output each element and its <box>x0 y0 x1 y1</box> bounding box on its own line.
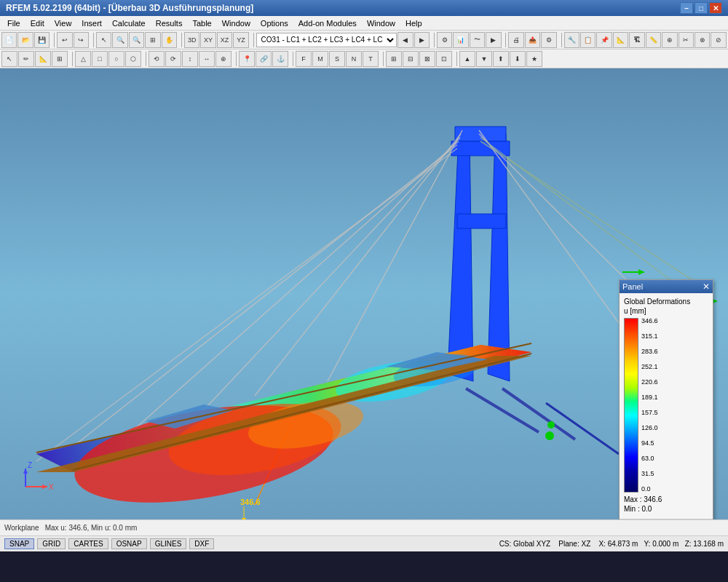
sep-7 <box>559 33 562 47</box>
title-bar: RFEM 5.02.2199 (64bit) - [Überbau 3D Aus… <box>0 0 728 16</box>
tb-next-case[interactable]: ▶ <box>414 32 430 48</box>
tb-deformation[interactable]: 〜 <box>470 32 485 48</box>
tb-extra-1[interactable]: 🔧 <box>564 32 579 48</box>
tb-view-xy[interactable]: XY <box>200 32 215 48</box>
tb2-19[interactable]: S <box>329 51 345 67</box>
tb-export[interactable]: 📤 <box>525 32 540 48</box>
tb-select[interactable]: ↖ <box>96 32 111 48</box>
main-viewport[interactable]: Global Deformations u [mm] CO31 : LC1 + … <box>0 68 728 519</box>
tb2-21[interactable]: T <box>363 51 379 67</box>
osnap-button[interactable]: OSNAP <box>111 538 147 549</box>
minimize-button[interactable]: – <box>680 2 693 14</box>
menu-insert[interactable]: Insert <box>77 17 106 29</box>
tb2-1[interactable]: ↖ <box>1 51 17 67</box>
tb-zoom-all[interactable]: ⊞ <box>145 32 160 48</box>
tb-extra-9[interactable]: ⊗ <box>695 32 710 48</box>
tb2-10[interactable]: ⟳ <box>165 51 181 67</box>
menu-window[interactable]: Window <box>218 17 255 29</box>
glines-button[interactable]: GLINES <box>150 538 187 549</box>
tb2-16[interactable]: ⚓ <box>272 51 288 67</box>
menu-file[interactable]: File <box>3 17 25 29</box>
load-case-combo[interactable]: CO31 - LC1 + LC2 + LC3 + LC4 + LC5 <box>256 33 397 47</box>
tb2-8[interactable]: ⬡ <box>125 51 141 67</box>
dxf-button[interactable]: DXF <box>189 538 214 549</box>
tb2-14[interactable]: 📍 <box>239 51 255 67</box>
tb2-18[interactable]: M <box>312 51 328 67</box>
window-controls: – □ ✕ <box>680 2 722 14</box>
tb-calc[interactable]: ⚙ <box>437 32 452 48</box>
tb-extra-7[interactable]: ⊕ <box>662 32 677 48</box>
tb-results[interactable]: 📊 <box>453 32 468 48</box>
tb-extra-8[interactable]: ✂ <box>678 32 694 48</box>
close-button[interactable]: ✕ <box>709 2 722 14</box>
tb2-3[interactable]: 📐 <box>35 51 51 67</box>
menu-options[interactable]: Options <box>256 17 293 29</box>
tb-extra-5[interactable]: 🏗 <box>629 32 644 48</box>
tb-extra-10[interactable]: ⊘ <box>711 32 726 48</box>
tb2-11[interactable]: ↕ <box>182 51 198 67</box>
snap-button[interactable]: SNAP <box>4 538 34 549</box>
tb-extra-2[interactable]: 📋 <box>580 32 596 48</box>
tb-view-xz[interactable]: XZ <box>217 32 232 48</box>
tb2-30[interactable]: ★ <box>526 51 542 67</box>
cs-label: CS: Global XYZ <box>499 540 551 548</box>
tb-view-yz[interactable]: YZ <box>233 32 248 48</box>
tb2-6[interactable]: □ <box>92 51 108 67</box>
tb2-13[interactable]: ⊕ <box>215 51 232 67</box>
sep-4 <box>251 33 254 47</box>
tb2-17[interactable]: F <box>296 51 312 67</box>
scale-val-7: 126.0 <box>641 425 658 431</box>
tb-redo[interactable]: ↪ <box>74 32 89 48</box>
tb2-25[interactable]: ⊡ <box>436 51 452 67</box>
scale-val-2: 283.6 <box>641 348 658 355</box>
tb2-9[interactable]: ⟲ <box>149 51 165 67</box>
max-value: 346.6 <box>644 495 662 503</box>
tb-new[interactable]: 📄 <box>1 32 17 48</box>
grid-button[interactable]: GRID <box>37 538 66 549</box>
tb-save[interactable]: 💾 <box>34 32 50 48</box>
menu-addon[interactable]: Add-on Modules <box>294 17 361 29</box>
tb-extra-4[interactable]: 📐 <box>613 32 628 48</box>
tb2-20[interactable]: N <box>346 51 362 67</box>
menu-results[interactable]: Results <box>151 17 187 29</box>
tb-pan[interactable]: ✋ <box>162 32 177 48</box>
tb-undo[interactable]: ↩ <box>57 32 72 48</box>
tb2-24[interactable]: ⊠ <box>419 51 435 67</box>
tb-animate[interactable]: ▶ <box>486 32 501 48</box>
tb2-23[interactable]: ⊟ <box>403 51 419 67</box>
menu-table[interactable]: Table <box>188 17 215 29</box>
tb2-5[interactable]: △ <box>75 51 91 67</box>
scale-val-5: 189.1 <box>641 394 658 401</box>
tb-zoom-in[interactable]: 🔍 <box>112 32 127 48</box>
panel-title: Panel <box>622 282 643 291</box>
tb2-29[interactable]: ⬇ <box>510 51 526 67</box>
tb-zoom-out[interactable]: 🔍 <box>129 32 144 48</box>
tb-extra-3[interactable]: 📌 <box>596 32 612 48</box>
tb2-26[interactable]: ▲ <box>459 51 475 67</box>
tb2-27[interactable]: ▼ <box>476 51 492 67</box>
svg-text:X: X <box>49 483 54 491</box>
tb-open[interactable]: 📂 <box>17 32 33 48</box>
cartes-button[interactable]: CARTES <box>68 538 108 549</box>
tb2-7[interactable]: ○ <box>108 51 124 67</box>
tb2-28[interactable]: ⬆ <box>493 51 509 67</box>
tb-print[interactable]: 🖨 <box>508 32 523 48</box>
menu-edit[interactable]: Edit <box>26 17 49 29</box>
menu-help[interactable]: Help <box>401 17 427 29</box>
tb-extra-6[interactable]: 📏 <box>646 32 661 48</box>
tb-view-3d[interactable]: 3D <box>184 32 199 48</box>
menu-window2[interactable]: Window <box>363 17 400 29</box>
tb-settings[interactable]: ⚙ <box>541 32 556 48</box>
sep2-5 <box>381 52 384 66</box>
menu-calculate[interactable]: Calculate <box>108 17 150 29</box>
tb2-15[interactable]: 🔗 <box>256 51 272 67</box>
tb2-22[interactable]: ⊞ <box>386 51 402 67</box>
tb-prev-case[interactable]: ◀ <box>397 32 413 48</box>
tb2-4[interactable]: ⊞ <box>52 51 68 67</box>
maximize-button[interactable]: □ <box>695 2 708 14</box>
panel-close-button[interactable]: ✕ <box>703 282 710 292</box>
menu-view[interactable]: View <box>50 17 76 29</box>
tb2-12[interactable]: ↔ <box>199 51 215 67</box>
panel-bottom-icons: ⊞ 🖼 📊 <box>620 519 713 519</box>
tb2-2[interactable]: ✏ <box>18 51 34 67</box>
